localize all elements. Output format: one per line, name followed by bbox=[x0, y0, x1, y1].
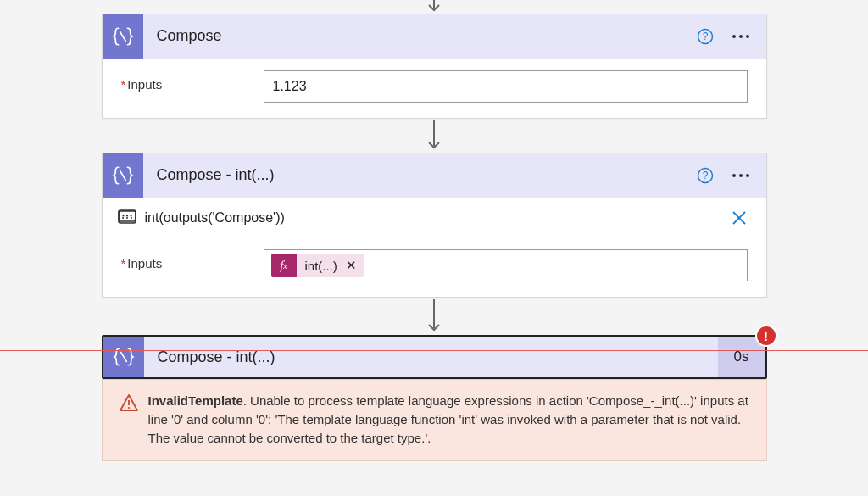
code-peek-text: int(outputs('Compose')) bbox=[145, 210, 719, 226]
inputs-field[interactable]: 1.123 bbox=[264, 70, 748, 103]
svg-point-12 bbox=[125, 215, 127, 216]
arrow-down-icon bbox=[426, 0, 442, 14]
more-menu-button[interactable] bbox=[721, 21, 761, 52]
inputs-field[interactable]: fx int(...) ✕ bbox=[264, 249, 748, 281]
inputs-label: *Inputs bbox=[121, 249, 264, 270]
run-duration: 0s bbox=[718, 337, 765, 377]
card-title: Compose - int(...) bbox=[143, 166, 690, 184]
code-peek-row: int(outputs('Compose')) bbox=[103, 198, 766, 237]
fx-icon: fx bbox=[271, 254, 297, 277]
svg-point-19 bbox=[127, 407, 129, 409]
compose-icon bbox=[103, 337, 144, 377]
svg-text:?: ? bbox=[702, 31, 708, 42]
error-message: InvalidTemplate. Unable to process templ… bbox=[148, 392, 749, 447]
card-title: Compose bbox=[143, 27, 690, 45]
svg-text:?: ? bbox=[702, 170, 708, 181]
expression-token[interactable]: fx int(...) ✕ bbox=[271, 254, 364, 277]
run-card-title: Compose - int(...) bbox=[144, 337, 718, 377]
svg-point-11 bbox=[122, 215, 124, 216]
code-peek-icon bbox=[118, 209, 136, 226]
error-panel: InvalidTemplate. Unable to process templ… bbox=[102, 379, 767, 461]
remove-token-button[interactable]: ✕ bbox=[344, 258, 364, 273]
failure-divider bbox=[0, 350, 868, 351]
svg-point-13 bbox=[130, 215, 131, 216]
arrow-down-icon bbox=[426, 298, 442, 335]
compose-int-action-card: Compose - int(...) ? int(outputs('Compos… bbox=[102, 153, 767, 298]
help-button[interactable]: ? bbox=[690, 21, 721, 52]
inputs-label: *Inputs bbox=[121, 70, 264, 92]
warning-icon bbox=[120, 393, 138, 412]
compose-icon bbox=[103, 14, 143, 59]
compose-action-card: Compose ? *Inputs 1.123 bbox=[102, 14, 767, 119]
help-button[interactable]: ? bbox=[690, 160, 721, 191]
expression-token-label: int(...) bbox=[297, 259, 344, 273]
card-header[interactable]: Compose ? bbox=[103, 14, 766, 59]
compose-icon bbox=[103, 153, 143, 198]
close-peek-button[interactable] bbox=[727, 206, 751, 230]
card-header[interactable]: Compose - int(...) ? bbox=[103, 153, 766, 198]
run-result-card[interactable]: ! Compose - int(...) 0s bbox=[102, 335, 767, 379]
more-menu-button[interactable] bbox=[721, 160, 761, 191]
error-badge-icon: ! bbox=[757, 326, 776, 345]
arrow-down-icon bbox=[426, 119, 442, 153]
